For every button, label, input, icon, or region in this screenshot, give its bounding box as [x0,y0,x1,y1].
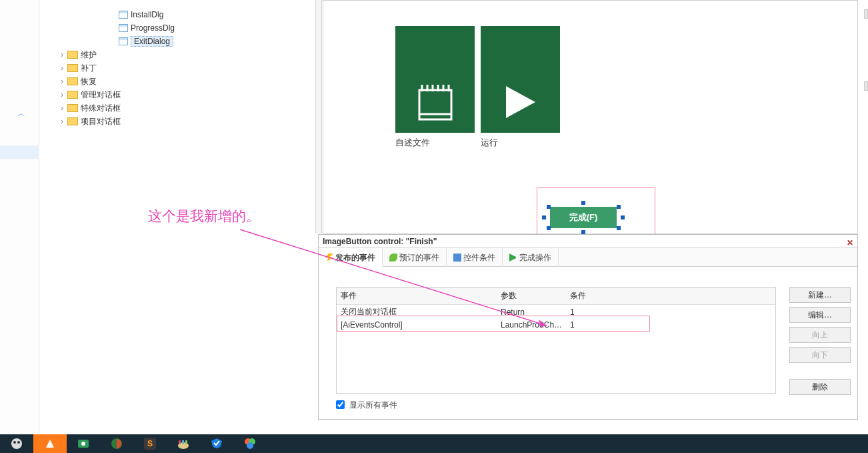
svg-rect-21 [182,440,184,444]
up-button[interactable]: 向上 [789,327,851,343]
folder-icon [67,91,78,99]
tree-item-label: 项目对话框 [81,117,121,126]
taskbar[interactable]: S [0,434,868,453]
table-row[interactable]: [AiEventsControl] LaunchProdCh… 1 [337,319,775,331]
edit-button[interactable]: 编辑… [789,307,851,323]
tree-item[interactable]: › 特殊对话框 [59,101,121,115]
show-all-events-input[interactable] [336,400,345,409]
dialog-icon [119,24,128,32]
resize-handle[interactable] [581,201,585,205]
taskbar-app-icon[interactable] [167,434,200,453]
right-panel-stub [864,9,868,19]
expand-caret-icon[interactable]: › [59,101,65,115]
taskbar-app-icon[interactable] [233,434,267,453]
right-panel-stub [864,81,868,91]
tree-item[interactable]: ProgressDlg [112,21,175,35]
expand-caret-icon[interactable]: › [59,75,65,88]
svg-point-25 [247,442,253,449]
tree-item-label: ProgressDlg [131,23,175,33]
tab-subscribed-events[interactable]: 预订的事件 [383,248,447,267]
tree-item-label: 补丁 [81,63,97,73]
control-events-panel: ImageButton control: "Finish" ✕ 发布的事件 预订… [318,234,858,420]
tree-item[interactable]: › 管理对话框 [59,88,121,101]
svg-rect-22 [185,440,187,444]
dialog-canvas[interactable]: 自述文件 运行 完成(F) [323,0,858,234]
expand-caret-icon[interactable]: › [59,115,65,128]
tile-run[interactable] [481,26,560,133]
col-args[interactable]: 参数 [497,288,566,305]
tile-readme-label: 自述文件 [395,137,430,149]
splitter[interactable] [315,0,322,234]
svg-point-15 [81,442,85,446]
left-rail: ︿ [0,0,39,434]
panel-title-bar: ImageButton control: "Finish" ✕ [319,235,857,248]
tree-item[interactable]: › 补丁 [59,61,97,75]
grid-icon [453,254,461,262]
table-row[interactable]: 关闭当前对话框 Return 1 [337,305,775,320]
folder-icon [67,77,78,85]
tree-item[interactable]: › 维护 [59,48,97,61]
tree-item[interactable]: › 恢复 [59,75,97,88]
notepad-icon [414,82,457,125]
resize-handle[interactable] [547,226,551,230]
down-button[interactable]: 向下 [789,347,851,363]
svg-rect-20 [179,440,181,444]
tile-run-label: 运行 [481,137,498,149]
svg-point-13 [17,441,20,444]
taskbar-app-icon[interactable] [100,434,133,453]
events-table[interactable]: 事件 参数 条件 关闭当前对话框 Return 1 [AiEventsContr… [336,287,776,394]
expand-caret-icon[interactable]: › [59,48,65,61]
taskbar-app-icon[interactable] [33,434,67,453]
taskbar-app-icon[interactable]: S [133,434,167,453]
svg-point-11 [11,438,22,449]
expand-caret-icon[interactable]: › [59,61,65,75]
col-event[interactable]: 事件 [337,288,497,305]
svg-marker-8 [506,86,535,118]
svg-text:S: S [147,439,153,448]
taskbar-app-icon[interactable] [67,434,100,453]
resize-handle[interactable] [542,215,546,219]
chevron-up-icon[interactable]: ︿ [17,108,25,119]
resize-handle[interactable] [617,226,621,230]
tab-control-conditions[interactable]: 控件条件 [447,248,503,267]
curve-icon [389,254,397,262]
tree-item-label: 恢复 [81,77,97,86]
play-icon [502,83,539,121]
tree-item-label: 管理对话框 [81,90,121,99]
tree-item[interactable]: InstallDlg [112,8,163,21]
tab-published-events[interactable]: 发布的事件 [319,248,383,267]
resize-handle[interactable] [621,215,625,219]
tree-item-label: InstallDlg [131,10,163,19]
panel-title: ImageButton control: "Finish" [323,237,437,246]
finish-button[interactable]: 完成(F) [550,207,617,228]
svg-point-12 [13,441,16,444]
tree-item-label: 维护 [81,50,97,59]
col-cond[interactable]: 条件 [566,288,775,305]
dialog-icon [119,11,128,19]
events-buttons: 新建… 编辑… 向上 向下 删除 [789,287,851,399]
delete-button[interactable]: 删除 [789,379,851,395]
folder-icon [67,64,78,72]
taskbar-app-icon[interactable] [0,434,33,453]
panel-tabs: 发布的事件 预订的事件 控件条件 完成操作 [319,248,857,267]
new-button[interactable]: 新建… [789,287,851,303]
dialog-icon [119,37,128,45]
tree-item[interactable]: › 项目对话框 [59,115,121,128]
folder-icon [67,51,78,59]
tree-item-label: ExitDialog [131,36,173,47]
tree-item-label: 特殊对话框 [81,103,121,113]
expand-caret-icon[interactable]: › [59,88,65,101]
rail-selection [0,145,39,159]
resize-handle[interactable] [617,205,621,209]
taskbar-app-icon[interactable] [200,434,233,453]
annotation-text: 这个是我新增的。 [148,207,260,225]
resize-handle[interactable] [547,205,551,209]
tree-item-selected[interactable]: ExitDialog [112,35,173,48]
tile-readme[interactable] [395,26,475,133]
show-all-events-checkbox[interactable]: 显示所有事件 [336,400,397,411]
close-icon[interactable]: ✕ [847,236,853,250]
folder-icon [67,117,78,125]
tab-finish-actions[interactable]: 完成操作 [503,248,559,267]
bolt-icon [325,254,333,262]
folder-icon [67,104,78,112]
